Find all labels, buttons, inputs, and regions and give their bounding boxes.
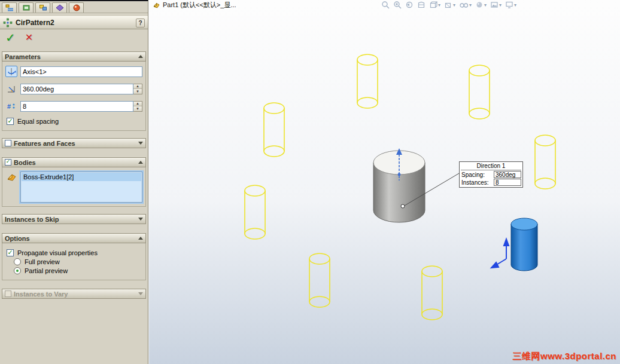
confirm-bar: ✓ ✕ — [0, 29, 148, 46]
full-preview-radio[interactable]: Full preview — [14, 258, 142, 265]
propertymanager-tab[interactable] — [19, 2, 34, 13]
section-view-icon[interactable] — [417, 1, 426, 9]
parameters-group-header[interactable]: Parameters — [2, 51, 146, 62]
instances-to-vary-label: Instances to Vary — [14, 290, 68, 298]
expand-chevron-icon — [138, 142, 143, 145]
options-group: Options ✓ Propagate visual properties Fu… — [2, 233, 146, 280]
dropdown-caret-icon[interactable]: ▾ — [453, 2, 455, 8]
zoom-to-fit-icon[interactable] — [381, 1, 390, 9]
bodies-group-header[interactable]: ✓ Bodies — [2, 157, 146, 167]
options-group-label: Options — [5, 235, 30, 242]
options-group-header[interactable]: Options — [2, 233, 146, 243]
spin-down-icon[interactable]: ▼ — [133, 106, 142, 111]
solidworks-window: CirPattern2 ? ✓ ✕ Parameters — [0, 0, 620, 364]
3d-scene — [149, 0, 620, 364]
callout-spacing-label: Spacing: — [461, 172, 485, 178]
pattern-instance-count-icon: # — [5, 100, 17, 112]
pattern-angle-input[interactable] — [20, 84, 133, 94]
heads-up-view-toolbar: ▾ ▾ ▾ ▾ ▾ ▾ — [381, 1, 516, 9]
propagate-visual-properties-label: Propagate visual properties — [17, 249, 98, 256]
graphics-area[interactable]: Part1 (默认<<默认>_显... ▾ ▾ ▾ ▾ ▾ ▾ Directio… — [149, 0, 620, 364]
pattern-axis-input[interactable] — [20, 66, 142, 77]
view-settings-icon[interactable]: ▾ — [505, 1, 516, 9]
pattern-callout: Direction 1 Spacing: 360deg Instances: 8 — [459, 161, 523, 188]
zoom-to-area-icon[interactable] — [393, 1, 402, 9]
bodies-group-body: Boss-Extrude1[2] — [2, 167, 146, 207]
dropdown-caret-icon[interactable]: ▾ — [484, 2, 487, 8]
parameters-group-body: ▲▼ # ▲▼ ✓ Equal spacing — [2, 62, 146, 131]
edit-appearance-icon[interactable]: ▾ — [475, 1, 487, 9]
angle-spinner[interactable]: ▲▼ — [133, 84, 142, 94]
pattern-instance-count-input[interactable] — [20, 101, 133, 112]
callout-instances-value[interactable]: 8 — [494, 179, 521, 186]
featuremanager-tree-icon — [5, 4, 14, 11]
dimxpertmanager-tab[interactable] — [52, 2, 67, 13]
configurationmanager-icon — [39, 4, 47, 11]
instances-to-vary-header: Instances to Vary — [2, 289, 146, 299]
equal-spacing-label: Equal spacing — [17, 118, 59, 125]
partial-preview-radio[interactable]: Partial preview — [14, 267, 142, 274]
bodies-group: ✓ Bodies Boss-Extrude1[2] — [2, 157, 146, 207]
apply-scene-icon[interactable]: ▾ — [490, 1, 502, 9]
feature-title-bar: CirPattern2 ? — [0, 16, 148, 29]
instances-to-skip-header[interactable]: Instances to Skip — [2, 214, 146, 224]
propertymanager-icon — [22, 4, 31, 11]
solid-body-icon — [5, 172, 17, 183]
checkbox-checked-icon[interactable]: ✓ — [5, 159, 11, 166]
spin-up-icon[interactable]: ▲ — [133, 84, 142, 90]
hide-show-items-icon[interactable]: ▾ — [459, 1, 472, 9]
expand-chevron-icon — [138, 292, 143, 295]
view-orientation-icon[interactable]: ▾ — [429, 1, 440, 9]
checkbox-disabled-icon — [5, 290, 11, 297]
options-group-body: ✓ Propagate visual properties Full previ… — [2, 243, 146, 280]
dropdown-caret-icon[interactable]: ▾ — [499, 2, 502, 8]
ok-button[interactable]: ✓ — [5, 32, 16, 44]
configurationmanager-tab[interactable] — [35, 2, 50, 13]
partial-preview-label: Partial preview — [25, 267, 68, 274]
equal-spacing-checkbox[interactable]: ✓ Equal spacing — [7, 118, 142, 125]
collapse-chevron-icon — [138, 55, 143, 58]
bodies-group-label: Bodies — [14, 159, 36, 166]
circular-pattern-icon — [3, 18, 13, 27]
spin-down-icon[interactable]: ▼ — [133, 89, 142, 94]
radio-unselected-icon — [14, 258, 21, 265]
checkbox-checked-icon: ✓ — [7, 249, 14, 256]
help-button[interactable]: ? — [136, 19, 145, 27]
dropdown-caret-icon[interactable]: ▾ — [438, 2, 440, 8]
parameters-group-label: Parameters — [5, 53, 41, 60]
checkbox-checked-icon: ✓ — [7, 118, 14, 125]
checkbox-unchecked-icon[interactable] — [5, 140, 11, 146]
expand-chevron-icon — [138, 218, 143, 221]
leader-anchor-point[interactable] — [401, 204, 405, 208]
cancel-button[interactable]: ✕ — [25, 33, 33, 42]
callout-instances-label: Instances: — [461, 179, 489, 186]
features-and-faces-label: Features and Faces — [14, 140, 75, 147]
displaymanager-ball-icon — [72, 4, 81, 11]
radio-selected-icon — [14, 267, 21, 274]
callout-title: Direction 1 — [461, 163, 521, 170]
full-preview-label: Full preview — [25, 258, 60, 265]
callout-spacing-value[interactable]: 360deg — [494, 171, 521, 178]
features-and-faces-group: Features and Faces — [2, 138, 146, 148]
parameters-group: Parameters — [2, 51, 146, 131]
dropdown-caret-icon[interactable]: ▾ — [469, 2, 472, 8]
count-spinner[interactable]: ▲▼ — [133, 101, 142, 112]
bodies-selection-list[interactable]: Boss-Extrude1[2] — [20, 172, 142, 203]
collapse-chevron-icon — [138, 237, 143, 240]
document-flyout-title[interactable]: Part1 (默认<<默认>_显... — [153, 1, 236, 10]
display-style-icon[interactable]: ▾ — [444, 1, 455, 9]
instances-to-vary-group: Instances to Vary — [2, 289, 146, 299]
document-title-text: Part1 (默认<<默认>_显... — [163, 1, 236, 10]
dropdown-caret-icon[interactable]: ▾ — [514, 2, 516, 8]
instances-to-skip-label: Instances to Skip — [5, 216, 59, 223]
spin-up-icon[interactable]: ▲ — [133, 102, 142, 107]
selected-body-cylinder[interactable] — [511, 218, 537, 271]
features-and-faces-header[interactable]: Features and Faces — [2, 138, 146, 148]
displaymanager-tab[interactable] — [69, 2, 84, 13]
featuremanager-tab[interactable] — [2, 2, 17, 13]
pattern-angle-icon — [5, 83, 17, 94]
selected-body-item[interactable]: Boss-Extrude1[2] — [22, 173, 141, 181]
part-document-icon — [153, 1, 160, 9]
propagate-visual-properties-checkbox[interactable]: ✓ Propagate visual properties — [7, 249, 142, 256]
previous-view-icon[interactable] — [405, 1, 414, 9]
